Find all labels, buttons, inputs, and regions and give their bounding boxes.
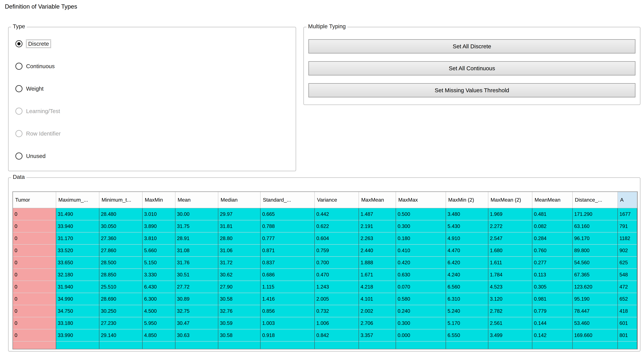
column-header-mean[interactable]: Mean <box>175 192 218 208</box>
table-cell[interactable]: 0.779 <box>532 305 572 317</box>
table-cell[interactable]: 3.890 <box>142 220 175 232</box>
table-cell[interactable]: 2.706 <box>359 317 396 329</box>
table-cell[interactable]: 0.000 <box>396 329 446 341</box>
table-cell[interactable]: 0.777 <box>260 232 314 244</box>
table-cell[interactable]: 27.360 <box>99 232 142 244</box>
table-cell[interactable]: 0.113 <box>532 269 572 281</box>
table-cell[interactable]: 4.240 <box>446 269 488 281</box>
column-header-maxmean-2[interactable]: MaxMean (2) <box>488 192 532 208</box>
table-cell[interactable]: 30.63 <box>175 329 218 341</box>
table-cell[interactable]: 0.622 <box>314 220 359 232</box>
table-cell[interactable]: 95.190 <box>572 293 618 305</box>
radio-option-discrete[interactable]: Discrete <box>15 40 296 47</box>
table-cell[interactable]: 3.330 <box>142 269 175 281</box>
table-cell[interactable]: 548 <box>618 269 637 281</box>
table-cell[interactable]: 0.300 <box>396 317 446 329</box>
table-cell[interactable]: 169.660 <box>572 329 618 341</box>
radio-option-continuous[interactable]: Continuous <box>15 63 296 70</box>
table-cell[interactable]: 472 <box>618 281 637 293</box>
table-cell[interactable]: 3.810 <box>142 232 175 244</box>
radio-button-icon[interactable] <box>15 40 22 47</box>
table-cell[interactable]: 0.500 <box>396 208 446 220</box>
table-cell[interactable]: 3.120 <box>488 293 532 305</box>
table-cell[interactable]: 0 <box>13 232 56 244</box>
table-cell[interactable]: 0.240 <box>396 305 446 317</box>
table-row[interactable]: 033.52027.8605.66031.0831.060.8710.7592.… <box>13 244 637 257</box>
column-header-maxmin-2[interactable]: MaxMin (2) <box>446 192 488 208</box>
table-row[interactable]: 032.18028.8503.33030.5130.620.6860.4701.… <box>13 269 637 281</box>
table-row[interactable]: 034.99028.6906.30030.8930.581.4162.0054.… <box>13 293 637 305</box>
table-cell[interactable]: 0.759 <box>314 244 359 257</box>
table-cell[interactable]: 4.523 <box>488 281 532 293</box>
table-cell[interactable]: 1677 <box>618 208 637 220</box>
table-cell[interactable]: 4.101 <box>359 293 396 305</box>
table-cell[interactable]: 28.80 <box>218 232 260 244</box>
table-cell[interactable]: 123.620 <box>572 281 618 293</box>
table-cell[interactable]: 30.250 <box>99 305 142 317</box>
table-cell[interactable]: 625 <box>618 257 637 269</box>
table-cell[interactable]: 34.990 <box>56 293 99 305</box>
table-cell[interactable]: 30.050 <box>99 220 142 232</box>
table-cell[interactable]: 0 <box>13 317 56 329</box>
table-cell[interactable]: 0.665 <box>260 208 314 220</box>
table-cell[interactable]: 30.58 <box>218 293 260 305</box>
table-cell[interactable]: 652 <box>618 293 637 305</box>
table-cell[interactable]: 0 <box>13 329 56 341</box>
table-cell[interactable]: 1.611 <box>488 257 532 269</box>
table-cell[interactable]: 28.480 <box>99 208 142 220</box>
table-row[interactable]: 033.18027.2305.95030.4730.591.0031.0062.… <box>13 317 637 329</box>
table-cell[interactable]: 6.300 <box>142 293 175 305</box>
table-cell[interactable]: 6.420 <box>446 257 488 269</box>
table-cell[interactable]: 67.365 <box>572 269 618 281</box>
table-cell[interactable]: 2.547 <box>488 232 532 244</box>
table-cell[interactable]: 3.499 <box>488 329 532 341</box>
table-cell[interactable]: 30.51 <box>175 269 218 281</box>
table-cell[interactable]: 33.650 <box>56 257 99 269</box>
table-cell[interactable]: 89.800 <box>572 244 618 257</box>
table-cell[interactable]: 2.440 <box>359 244 396 257</box>
table-cell[interactable]: 0.305 <box>532 281 572 293</box>
table-cell[interactable]: 3.480 <box>446 208 488 220</box>
table-cell[interactable]: 28.690 <box>99 293 142 305</box>
table-cell[interactable]: 6.550 <box>446 329 488 341</box>
table-cell[interactable]: 33.180 <box>56 317 99 329</box>
table-cell[interactable]: 4.218 <box>359 281 396 293</box>
table-cell[interactable]: 6.560 <box>446 281 488 293</box>
table-cell[interactable]: 31.81 <box>218 220 260 232</box>
table-cell[interactable]: 3.010 <box>142 208 175 220</box>
table-cell[interactable]: 34.750 <box>56 305 99 317</box>
table-cell[interactable]: 32.75 <box>175 305 218 317</box>
radio-button-icon[interactable] <box>15 85 22 92</box>
table-cell[interactable]: 0 <box>13 305 56 317</box>
table-row[interactable]: 031.94025.5106.43027.7227.901.1151.2434.… <box>13 281 637 293</box>
table-cell[interactable]: 1.784 <box>488 269 532 281</box>
column-header-variance[interactable]: Variance <box>314 192 359 208</box>
table-cell[interactable]: 0 <box>13 293 56 305</box>
column-header-a[interactable]: A <box>618 192 637 208</box>
table-cell[interactable]: 0.732 <box>314 305 359 317</box>
table-cell[interactable]: 2.272 <box>488 220 532 232</box>
radio-option-unused[interactable]: Unused <box>15 153 296 160</box>
table-cell[interactable]: 3.357 <box>359 329 396 341</box>
table-row[interactable]: 031.49028.4803.01030.0029.970.6650.4421.… <box>13 208 637 220</box>
table-cell[interactable]: 0.788 <box>260 220 314 232</box>
table-cell[interactable]: 0.981 <box>532 293 572 305</box>
table-cell[interactable]: 2.263 <box>359 232 396 244</box>
table-cell[interactable]: 0.082 <box>532 220 572 232</box>
set-all-discrete-button[interactable]: Set All Discrete <box>308 39 636 53</box>
table-cell[interactable]: 0.142 <box>532 329 572 341</box>
table-cell[interactable]: 31.06 <box>218 244 260 257</box>
column-header-maximum[interactable]: Maximum_... <box>56 192 99 208</box>
table-cell[interactable]: 1.487 <box>359 208 396 220</box>
table-cell[interactable]: 32.76 <box>218 305 260 317</box>
table-cell[interactable]: 33.940 <box>56 220 99 232</box>
table-cell[interactable]: 0.837 <box>260 257 314 269</box>
column-header-standard[interactable]: Standard_... <box>260 192 314 208</box>
table-cell[interactable]: 791 <box>618 220 637 232</box>
table-cell[interactable]: 31.75 <box>175 220 218 232</box>
table-cell[interactable]: 53.460 <box>572 317 618 329</box>
table-cell[interactable]: 54.560 <box>572 257 618 269</box>
table-cell[interactable]: 2.002 <box>359 305 396 317</box>
table-cell[interactable]: 31.490 <box>56 208 99 220</box>
table-cell[interactable]: 4.500 <box>142 305 175 317</box>
